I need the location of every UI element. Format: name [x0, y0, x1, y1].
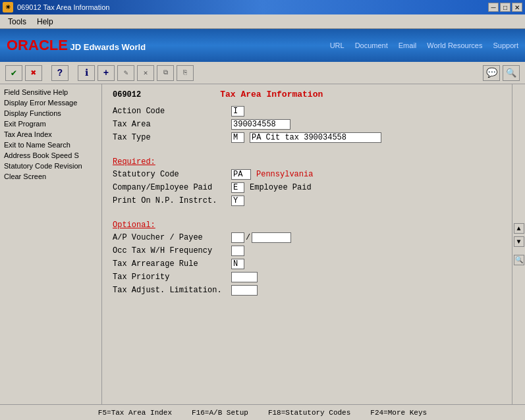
- tax-type-label: Tax Type: [113, 133, 231, 142]
- toolbar: ✔ ✖ ? ℹ + ✎ ✕ ⧉ ⎘ 💬 🔍: [0, 62, 525, 84]
- maximize-button[interactable]: □: [500, 3, 511, 12]
- toolbar-right: 💬 🔍: [483, 65, 520, 81]
- sidebar-item-display-functions[interactable]: Display Functions: [1, 108, 100, 118]
- oracle-header: ORACLE JD Edwards World URL Document Ema…: [0, 29, 525, 62]
- menu-help[interactable]: Help: [32, 16, 59, 28]
- delete-button[interactable]: ✕: [137, 65, 154, 81]
- tax-adjust-label: Tax Adjust. Limitation.: [113, 286, 231, 295]
- sidebar-item-tax-area-index[interactable]: Tax Area Index: [1, 129, 100, 140]
- info-button[interactable]: ℹ: [78, 65, 95, 81]
- tax-type-desc-input[interactable]: [250, 132, 381, 143]
- tax-arrearage-row: Tax Arrearage Rule: [113, 259, 501, 269]
- nav-support[interactable]: Support: [493, 41, 518, 49]
- statutory-code-value: Pennsylvania: [256, 170, 313, 179]
- minimize-button[interactable]: ─: [488, 3, 499, 12]
- ap-voucher-input1[interactable]: [231, 232, 244, 243]
- oracle-logo: ORACLE JD Edwards World: [7, 37, 146, 54]
- action-code-label: Action Code: [113, 107, 231, 116]
- ap-voucher-row: A/P Voucher / Payee /: [113, 232, 501, 243]
- status-f24[interactable]: F24=More Keys: [370, 409, 427, 417]
- scroll-up-button[interactable]: ▲: [514, 223, 524, 234]
- tax-area-label: Tax Area: [113, 120, 231, 129]
- ap-voucher-input2[interactable]: [252, 232, 291, 243]
- check-button[interactable]: ✔: [5, 65, 22, 81]
- edit-button[interactable]: ✎: [117, 65, 134, 81]
- menu-bar: Tools Help: [0, 14, 525, 29]
- statutory-code-label: Statutory Code: [113, 170, 231, 179]
- header-nav: URL Document Email World Resources Suppo…: [330, 41, 518, 49]
- sidebar-item-field-sensitive-help[interactable]: Field Sensitive Help: [1, 87, 100, 97]
- tax-priority-row: Tax Priority: [113, 272, 501, 282]
- add-button[interactable]: +: [97, 65, 115, 81]
- zoom-in-button[interactable]: 🔍: [514, 255, 524, 265]
- company-employee-value: Employee Paid: [250, 183, 312, 192]
- required-section-label: Required:: [113, 157, 501, 167]
- company-employee-row: Company/Employee Paid Employee Paid: [113, 182, 501, 193]
- sidebar-item-exit-program[interactable]: Exit Program: [1, 118, 100, 129]
- main-area: Field Sensitive Help Display Error Messa…: [0, 84, 525, 404]
- sidebar-item-statutory-code-revision[interactable]: Statutory Code Revision: [1, 161, 100, 171]
- tax-priority-label: Tax Priority: [113, 273, 231, 282]
- status-bar: F5=Tax Area Index F16=A/B Setup F18=Stat…: [0, 404, 525, 420]
- status-f5[interactable]: F5=Tax Area Index: [98, 409, 172, 417]
- search-button[interactable]: 🔍: [503, 65, 520, 81]
- sidebar-item-address-book-speed[interactable]: Address Book Speed S: [1, 150, 100, 161]
- window-title: 069012 Tax Area Information: [17, 3, 488, 11]
- form-id: 069012: [113, 90, 141, 99]
- tax-adjust-input[interactable]: [231, 285, 258, 296]
- tax-area-row: Tax Area: [113, 119, 501, 130]
- nav-url[interactable]: URL: [330, 41, 345, 49]
- slash-separator: /: [246, 233, 250, 242]
- status-f16[interactable]: F16=A/B Setup: [192, 409, 248, 417]
- tax-area-input[interactable]: [231, 119, 290, 130]
- print-np-input[interactable]: [231, 196, 244, 206]
- print-np-row: Print On N.P. Instrct.: [113, 196, 501, 206]
- scroll-area: ▲ ▼ 🔍: [512, 84, 525, 404]
- tax-adjust-row: Tax Adjust. Limitation.: [113, 285, 501, 296]
- tax-type-input[interactable]: [231, 132, 244, 143]
- window-controls: ─ □ ✕: [488, 3, 522, 12]
- form-title: Tax Area Information: [220, 90, 323, 99]
- nav-document[interactable]: Document: [355, 41, 388, 49]
- status-f18[interactable]: F18=Statutory Codes: [268, 409, 350, 417]
- tax-type-row: Tax Type: [113, 132, 501, 143]
- ap-voucher-label: A/P Voucher / Payee: [113, 233, 231, 242]
- tax-arrearage-label: Tax Arrearage Rule: [113, 259, 231, 269]
- cancel-button[interactable]: ✖: [25, 65, 42, 81]
- occ-tax-input[interactable]: [231, 246, 244, 256]
- form-content: 069012 Tax Area Information Action Code …: [102, 84, 512, 404]
- form-header: 069012 Tax Area Information: [113, 90, 501, 99]
- tax-arrearage-input[interactable]: [231, 259, 244, 269]
- optional-section-label: Optional:: [113, 221, 501, 230]
- copy-button[interactable]: ⧉: [157, 65, 174, 81]
- print-np-label: Print On N.P. Instrct.: [113, 196, 231, 205]
- scroll-down-button[interactable]: ▼: [514, 236, 524, 247]
- help-button[interactable]: ?: [51, 65, 69, 81]
- sidebar-item-exit-name-search[interactable]: Exit to Name Search: [1, 140, 100, 150]
- nav-world-resources[interactable]: World Resources: [427, 41, 482, 49]
- paste-button[interactable]: ⎘: [177, 65, 194, 81]
- action-code-input[interactable]: [231, 106, 244, 117]
- statutory-code-row: Statutory Code Pennsylvania: [113, 169, 501, 180]
- app-icon: ☀: [3, 2, 13, 13]
- close-button[interactable]: ✕: [512, 3, 522, 12]
- sidebar-item-clear-screen[interactable]: Clear Screen: [1, 171, 100, 182]
- company-employee-label: Company/Employee Paid: [113, 183, 231, 192]
- tax-priority-input[interactable]: [231, 272, 258, 282]
- sidebar: Field Sensitive Help Display Error Messa…: [0, 84, 102, 404]
- nav-email[interactable]: Email: [399, 41, 417, 49]
- action-code-row: Action Code: [113, 106, 501, 117]
- statutory-code-input[interactable]: [231, 169, 251, 180]
- occ-tax-row: Occ Tax W/H Frequency: [113, 246, 501, 256]
- chat-button[interactable]: 💬: [483, 65, 500, 81]
- occ-tax-label: Occ Tax W/H Frequency: [113, 246, 231, 255]
- menu-tools[interactable]: Tools: [3, 16, 32, 28]
- sidebar-item-display-error-message[interactable]: Display Error Message: [1, 97, 100, 108]
- company-employee-input[interactable]: [231, 182, 244, 193]
- title-bar: ☀ 069012 Tax Area Information ─ □ ✕: [0, 0, 525, 14]
